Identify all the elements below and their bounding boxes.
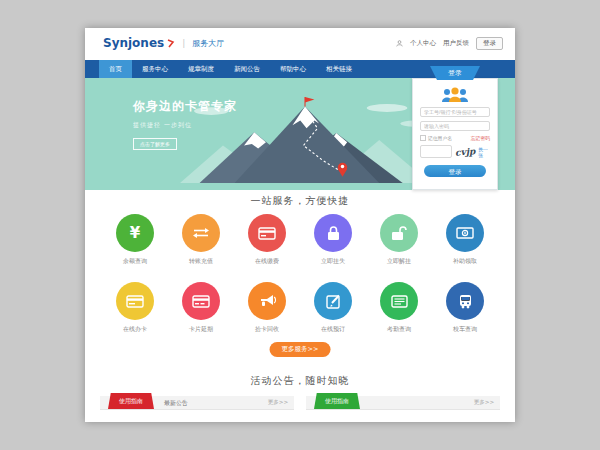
service-label: 拾卡回收 (234, 325, 300, 334)
service-item-report-loss[interactable]: 立即挂失 (300, 214, 366, 266)
announcement-panel-right: 使用指南 更多>> (306, 396, 500, 410)
hero-title: 你身边的卡管专家 (133, 98, 237, 115)
service-item-subsidy[interactable]: 补助领取 (432, 214, 498, 266)
services-title: 一站服务，方便快捷 (85, 194, 515, 208)
header-login-button[interactable]: 登录 (476, 37, 503, 50)
logo-divider: | (182, 38, 185, 48)
service-item-school-bus[interactable]: 校车查询 (432, 282, 498, 334)
service-item-unlock[interactable]: 立即解挂 (366, 214, 432, 266)
service-item-balance[interactable]: ¥ 余额查询 (102, 214, 168, 266)
users-group-icon (440, 87, 470, 103)
logo-lightning-icon (167, 39, 175, 48)
announcements-title: 活动公告，随时知晓 (85, 374, 515, 388)
logo-suffix: 服务大厅 (192, 38, 224, 49)
services-row-1: ¥ 余额查询 转账充值 在线缴费 立即挂失 立即解挂 (102, 214, 498, 266)
nav-item-news[interactable]: 新闻公告 (224, 60, 270, 78)
more-services-button[interactable]: 更多服务>> (270, 342, 331, 357)
user-feedback-link[interactable]: 用户反馈 (443, 39, 469, 48)
card-icon (182, 282, 220, 320)
edit-pen-icon (314, 282, 352, 320)
lock-open-icon (380, 214, 418, 252)
logo[interactable]: Synjones | 服务大厅 (103, 36, 224, 50)
service-label: 立即解挂 (366, 257, 432, 266)
service-item-attendance[interactable]: 考勤查询 (366, 282, 432, 334)
service-item-transfer[interactable]: 转账充值 (168, 214, 234, 266)
hero-copy: 你身边的卡管专家 提供捷径 一步到位 点击了解更多 (133, 98, 237, 150)
logo-text: Synjones (103, 36, 164, 50)
services-row-2: 在线办卡 卡片延期 拾卡回收 在线预订 考勤查询 (102, 282, 498, 334)
top-header: Synjones | 服务大厅 个人中心 用户反馈 登录 (85, 28, 515, 61)
nav-item-service-center[interactable]: 服务中心 (132, 60, 178, 78)
hero-subtitle: 提供捷径 一步到位 (133, 121, 237, 130)
credit-card-icon (248, 214, 286, 252)
service-label: 在线预订 (300, 325, 366, 334)
service-label: 在线缴费 (234, 257, 300, 266)
yen-icon: ¥ (116, 214, 154, 252)
username-input[interactable] (420, 107, 490, 117)
lock-closed-icon (314, 214, 352, 252)
forgot-password-link[interactable]: 忘记密码 (471, 135, 490, 141)
announcement-panels: 使用指南 最新公告 更多>> 使用指南 更多>> (100, 396, 500, 410)
password-input[interactable] (420, 121, 490, 131)
nav-item-links[interactable]: 相关链接 (316, 60, 362, 78)
service-label: 卡片延期 (168, 325, 234, 334)
service-item-card-extension[interactable]: 卡片延期 (168, 282, 234, 334)
card-icon (116, 282, 154, 320)
header-right: 个人中心 用户反馈 登录 (396, 37, 503, 50)
bus-icon (446, 282, 484, 320)
service-label: 余额查询 (102, 257, 168, 266)
nav-item-help-center[interactable]: 帮助中心 (270, 60, 316, 78)
nav-item-home[interactable]: 首页 (99, 60, 132, 78)
user-icon (396, 40, 403, 47)
captcha-row: cvjp 换一张 (420, 145, 490, 158)
left-secondary-tab[interactable]: 最新公告 (164, 396, 188, 409)
announcement-panel-left: 使用指南 最新公告 更多>> (100, 396, 294, 410)
transfer-arrows-icon (182, 214, 220, 252)
service-label: 校车查询 (432, 325, 498, 334)
hero-cta-button[interactable]: 点击了解更多 (133, 138, 177, 150)
banknote-icon (446, 214, 484, 252)
service-label: 转账充值 (168, 257, 234, 266)
service-item-online-payment[interactable]: 在线缴费 (234, 214, 300, 266)
personal-center-link[interactable]: 个人中心 (410, 39, 436, 48)
login-submit-button[interactable]: 登录 (424, 165, 486, 177)
service-label: 考勤查询 (366, 325, 432, 334)
service-label: 补助领取 (432, 257, 498, 266)
change-captcha-link[interactable]: 换一张 (478, 146, 490, 158)
left-active-tab[interactable]: 使用指南 (108, 393, 154, 409)
service-label: 在线办卡 (102, 325, 168, 334)
service-item-online-booking[interactable]: 在线预订 (300, 282, 366, 334)
service-item-card-recovery[interactable]: 拾卡回收 (234, 282, 300, 334)
remember-checkbox[interactable] (420, 135, 426, 141)
left-more-link[interactable]: 更多>> (268, 396, 288, 409)
login-tab[interactable]: 登录 (430, 66, 480, 80)
megaphone-icon (248, 282, 286, 320)
nav-item-regulations[interactable]: 规章制度 (178, 60, 224, 78)
right-more-link[interactable]: 更多>> (474, 396, 494, 409)
service-label: 立即挂失 (300, 257, 366, 266)
right-active-tab[interactable]: 使用指南 (314, 393, 360, 409)
login-panel: 登录 记住用户名 忘记密码 cvjp 换一张 登录 (412, 78, 498, 190)
remember-row: 记住用户名 忘记密码 (420, 135, 490, 141)
page-container: Synjones | 服务大厅 个人中心 用户反馈 登录 首页 服务中心 规章制… (85, 28, 515, 422)
service-item-online-card[interactable]: 在线办卡 (102, 282, 168, 334)
captcha-input[interactable] (420, 145, 452, 158)
captcha-image[interactable]: cvjp (455, 146, 476, 157)
attendance-card-icon (380, 282, 418, 320)
remember-label: 记住用户名 (428, 135, 452, 141)
